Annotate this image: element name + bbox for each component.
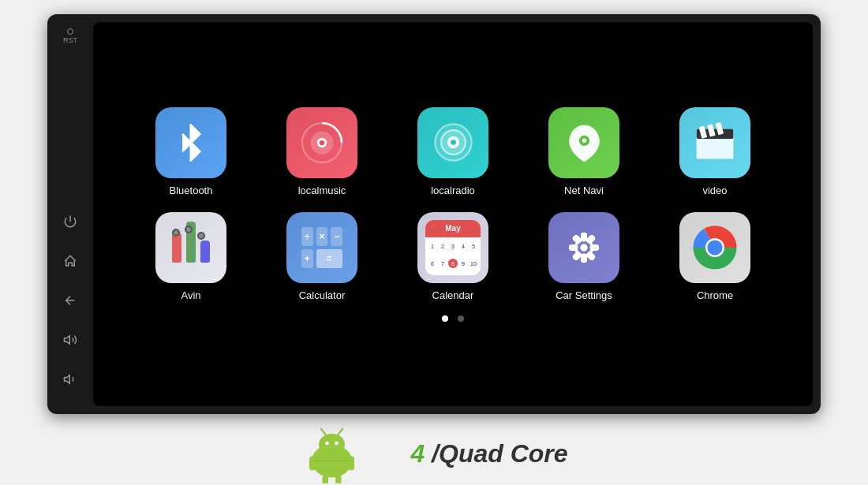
svg-rect-26 [574,252,581,259]
app-item-netnavi[interactable]: Net Navi [530,107,638,196]
svg-rect-38 [348,456,354,470]
app-item-localradio[interactable]: localradio [399,107,507,196]
page-dot-2[interactable] [458,315,464,322]
app-item-localmusic[interactable]: localmusic [268,107,376,196]
quad-label: Quad Core [439,439,568,468]
quad-number: 4 [410,439,425,468]
carsettings-label: Car Settings [556,289,612,301]
svg-point-30 [707,240,722,255]
vol-down-button[interactable] [59,368,81,390]
page-dot-1[interactable] [442,315,448,322]
rst-dot [67,28,73,35]
chrome-icon [679,212,750,283]
svg-rect-24 [574,236,581,243]
svg-rect-21 [582,255,586,261]
svg-rect-17 [697,139,733,159]
svg-rect-22 [571,245,577,249]
page-dots [442,315,464,322]
bottom-section: 4 /Quad Core [0,422,868,485]
svg-point-9 [451,140,456,145]
svg-point-32 [319,434,345,455]
svg-point-34 [335,441,339,445]
app-item-calendar[interactable]: May 12345 678910 Calendar [399,212,507,301]
rst-label: RST [63,28,77,44]
svg-marker-0 [65,336,70,345]
home-button[interactable] [59,250,81,272]
svg-marker-1 [65,375,70,384]
vol-up-button[interactable] [59,329,81,351]
rst-text: RST [63,36,77,44]
calculator-label: Calculator [299,289,346,301]
app-item-video[interactable]: video [661,107,769,196]
svg-point-19 [580,244,587,251]
svg-point-11 [582,139,586,144]
svg-line-35 [321,429,326,435]
svg-rect-39 [322,475,328,483]
svg-rect-27 [587,252,594,259]
svg-line-36 [338,429,342,435]
localmusic-label: localmusic [298,185,346,196]
main-screen: Bluetooth localmusic [93,22,813,406]
svg-rect-25 [587,236,594,243]
android-logo [300,422,363,485]
svg-rect-37 [309,456,316,470]
avin-icon [155,212,226,283]
side-panel: RST [47,22,93,406]
svg-rect-23 [591,245,597,249]
side-buttons [59,211,81,390]
bluetooth-icon [155,107,226,178]
app-grid: Bluetooth localmusic [137,107,769,301]
video-icon [679,107,750,178]
app-item-calculator[interactable]: ÷ × − + = Calculator [268,212,376,301]
head-unit: RST [47,14,821,414]
avin-label: Avin [181,289,200,301]
app-item-chrome[interactable]: Chrome [661,212,769,301]
calendar-icon: May 12345 678910 [417,212,488,283]
calculator-icon: ÷ × − + = [286,212,357,283]
localradio-icon [417,107,488,178]
chrome-label: Chrome [697,289,733,301]
power-button[interactable] [59,211,81,233]
calendar-label: Calendar [432,289,474,301]
app-item-carsettings[interactable]: Car Settings [530,212,638,301]
bluetooth-label: Bluetooth [170,185,213,196]
app-item-bluetooth[interactable]: Bluetooth [137,107,245,196]
netnavi-icon [548,107,619,178]
back-button[interactable] [59,289,81,312]
svg-rect-40 [335,475,342,483]
localradio-label: localradio [431,185,475,196]
svg-point-5 [320,140,324,144]
app-item-avin[interactable]: Avin [137,212,245,301]
quad-core-text: 4 /Quad Core [410,439,567,468]
localmusic-icon [286,107,357,178]
svg-rect-20 [582,233,586,240]
video-label: video [702,185,727,196]
carsettings-icon [548,212,619,283]
netnavi-label: Net Navi [564,185,604,196]
svg-point-33 [325,441,329,445]
